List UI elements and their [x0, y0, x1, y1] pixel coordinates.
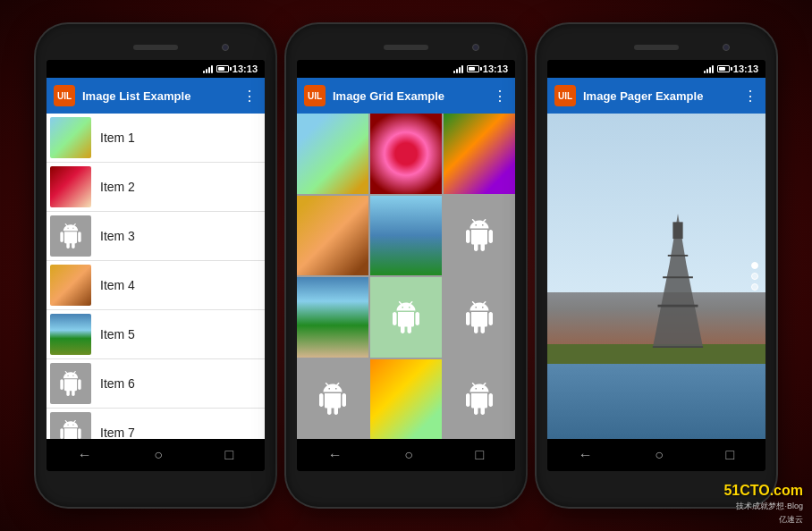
svg-rect-5: [672, 222, 682, 239]
phone-camera-2: [472, 44, 479, 51]
pager-indicator: [751, 262, 758, 291]
grid-cell-11[interactable]: [370, 359, 442, 440]
grid-cell-1[interactable]: [297, 114, 368, 194]
home-button-3[interactable]: ○: [655, 447, 664, 463]
pager-dot-1: [751, 262, 758, 269]
list-item-5[interactable]: Item 5: [47, 310, 265, 359]
list-thumb-2: [50, 166, 91, 207]
phone-top-bar-2: [297, 35, 515, 60]
thumb-food1-img: [50, 166, 91, 207]
overflow-menu-3[interactable]: ⋮: [743, 88, 758, 105]
status-bar-right-2: 13:13: [453, 63, 508, 74]
recent-button-1[interactable]: □: [225, 447, 234, 463]
battery-icon-1: [216, 65, 229, 72]
list-thumb-1: [50, 117, 91, 158]
back-button-3[interactable]: ←: [579, 447, 593, 463]
app-bar-3: UIL Image Pager Example ⋮: [547, 78, 765, 114]
list-item-3[interactable]: Item 3: [47, 212, 265, 261]
grid-cell-10[interactable]: [297, 359, 368, 440]
app-icon-2: UIL: [304, 85, 326, 106]
thumb-landscape-img: [50, 314, 91, 355]
app-icon-3: UIL: [554, 85, 576, 106]
nav-bar-1: ← ○ □: [47, 439, 265, 471]
sb3: [459, 67, 461, 73]
battery-fill-2: [469, 67, 475, 71]
sb-p3: [709, 67, 711, 73]
phone-top-bar-3: [547, 35, 765, 60]
list-item-6[interactable]: Item 6: [47, 359, 265, 409]
time-2: 13:13: [483, 63, 508, 74]
grid-cell-6[interactable]: [444, 196, 515, 276]
app-title-1: Image List Example: [82, 89, 235, 103]
time-1: 13:13: [233, 63, 258, 74]
thumb-statue-img: [50, 117, 91, 158]
recent-button-3[interactable]: □: [726, 447, 735, 463]
list-item-text-3: Item 3: [100, 229, 135, 243]
nav-bar-2: ← ○ □: [297, 439, 515, 471]
list-thumb-4: [50, 265, 91, 306]
list-view: Item 1 Item 2: [47, 114, 265, 439]
sb-p1: [704, 71, 706, 73]
phone-bottom-2: [297, 471, 515, 496]
pager-dot-2: [751, 273, 758, 280]
grid-view: [297, 114, 515, 439]
status-bar-right-1: 13:13: [203, 63, 258, 74]
signal-bar-3: [208, 67, 210, 73]
thumb-android-img-6: [50, 363, 91, 404]
pager-screen-content[interactable]: [547, 114, 765, 439]
phone-screen-list: 13:13 UIL Image List Example ⋮ Item 1: [47, 60, 265, 471]
signal-bar-1: [203, 71, 205, 73]
grid-cell-2[interactable]: [370, 114, 442, 194]
sb-p4: [712, 65, 714, 73]
home-button-1[interactable]: ○: [154, 447, 163, 463]
grid-cell-4[interactable]: [297, 196, 368, 276]
grid-cell-5[interactable]: [370, 196, 442, 276]
list-thumb-5: [50, 314, 91, 355]
app-bar-1: UIL Image List Example ⋮: [47, 78, 265, 114]
android-grid-icon-12: [463, 383, 495, 415]
recent-button-2[interactable]: □: [476, 447, 485, 463]
thumb-food2-img: [50, 265, 91, 306]
list-item-2[interactable]: Item 2: [47, 163, 265, 212]
back-button-1[interactable]: ←: [78, 447, 92, 463]
phone-speaker-2: [384, 45, 428, 50]
android-grid-icon-10: [317, 383, 349, 415]
phone-screen-grid: 13:13 UIL Image Grid Example ⋮: [297, 60, 515, 471]
list-item-text-6: Item 6: [100, 376, 135, 391]
list-item-text-7: Item 7: [100, 426, 135, 439]
overflow-menu-2[interactable]: ⋮: [493, 88, 508, 105]
signal-icon-3: [704, 64, 714, 73]
status-bar-3: 13:13: [547, 60, 765, 78]
status-bar-right-3: 13:13: [704, 63, 758, 74]
list-thumb-6: [50, 363, 91, 404]
eiffel-tower-svg: [642, 214, 714, 348]
grid-cell-8[interactable]: [370, 277, 442, 358]
pager-view[interactable]: [547, 114, 765, 439]
grid-cell-12[interactable]: [444, 359, 515, 440]
android-icon-7: [58, 420, 83, 439]
grid-cell-9[interactable]: [444, 277, 515, 358]
pager-water: [547, 358, 765, 439]
grid-cell-7[interactable]: [297, 277, 368, 358]
watermark-sub2: 亿速云: [779, 514, 803, 526]
list-item-4[interactable]: Item 4: [47, 261, 265, 310]
signal-bar-4: [211, 65, 213, 73]
watermark: 51CTO.com 技术成就梦想·Blog 亿速云: [723, 483, 803, 526]
app-icon-1: UIL: [54, 85, 75, 106]
list-item-1[interactable]: Item 1: [47, 114, 265, 163]
phone-screen-pager: 13:13 UIL Image Pager Example ⋮: [547, 60, 765, 471]
home-button-2[interactable]: ○: [404, 447, 413, 463]
grid-cell-3[interactable]: [444, 114, 515, 194]
overflow-menu-1[interactable]: ⋮: [242, 88, 258, 105]
list-thumb-7: [50, 412, 91, 439]
watermark-site: 51CTO.com: [723, 483, 803, 499]
back-button-2[interactable]: ←: [328, 447, 343, 463]
list-screen-content: Item 1 Item 2: [47, 114, 265, 439]
android-icon-6: [58, 371, 83, 396]
android-icon-3: [58, 223, 83, 249]
phone-grid: 13:13 UIL Image Grid Example ⋮: [286, 24, 526, 507]
list-item-7[interactable]: Item 7: [47, 409, 265, 439]
status-bar-1: 13:13: [47, 60, 265, 78]
phone-top-bar: [47, 35, 265, 60]
sb4: [461, 65, 463, 73]
